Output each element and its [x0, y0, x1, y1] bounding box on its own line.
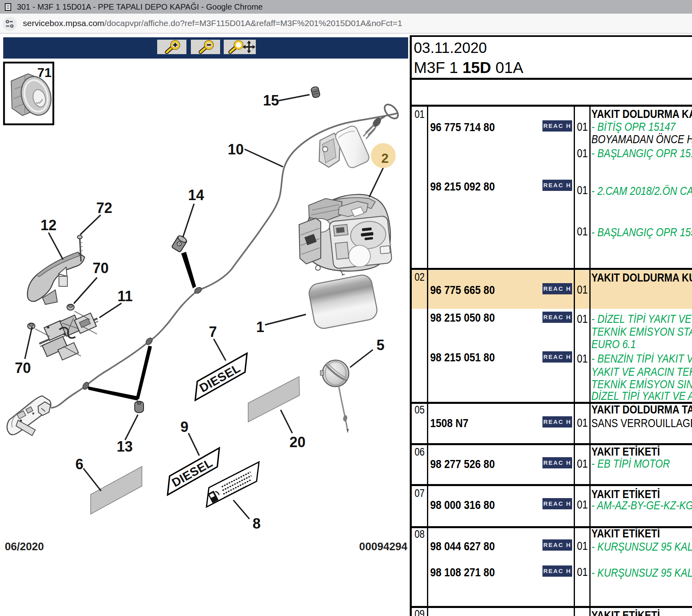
svg-text:7: 7	[209, 324, 217, 340]
svg-text:11: 11	[117, 288, 133, 304]
svg-text:70: 70	[15, 360, 31, 376]
svg-text:13: 13	[117, 438, 133, 455]
svg-text:2: 2	[381, 151, 388, 166]
svg-text:12: 12	[40, 217, 57, 233]
svg-text:15: 15	[263, 92, 279, 109]
svg-text:8: 8	[253, 515, 261, 532]
svg-text:5: 5	[376, 337, 384, 353]
svg-text:1: 1	[256, 319, 264, 335]
svg-text:9: 9	[180, 419, 188, 435]
svg-text:14: 14	[188, 187, 204, 203]
svg-text:06/2020: 06/2020	[5, 541, 44, 553]
svg-text:70: 70	[93, 260, 109, 276]
svg-text:6: 6	[75, 456, 83, 472]
svg-text:20: 20	[289, 434, 306, 450]
svg-text:10: 10	[228, 141, 244, 158]
svg-text:72: 72	[96, 200, 112, 216]
svg-text:00094294: 00094294	[359, 541, 407, 553]
